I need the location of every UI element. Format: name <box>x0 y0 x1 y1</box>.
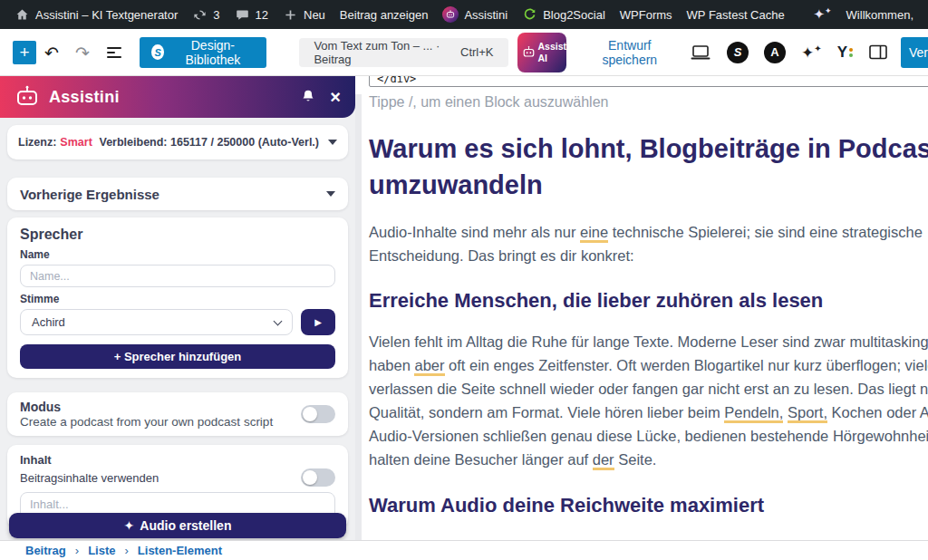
post-title-heading[interactable]: Warum es sich lohnt, Blogbeiträge in Pod… <box>369 130 928 203</box>
settings-sidebar-toggle-icon[interactable] <box>868 43 888 61</box>
toolbar-right-icons: S A ✦✦ Y <box>690 42 888 63</box>
editor-toolbar: + ↶ ↷ S Design-Bibliothek Vom Text zum T… <box>0 29 928 76</box>
ai-assistant-icon[interactable]: ✦✦ <box>801 43 822 62</box>
assistini-ai-button[interactable]: Assistini AI <box>517 33 566 72</box>
highlighted-word: aber <box>414 357 444 376</box>
post-paragraph[interactable]: Audio-Inhalte sind mehr als nur eine tec… <box>369 220 928 267</box>
publish-button[interactable]: Veröffentlichen <box>901 37 928 68</box>
name-label: Name <box>20 248 335 261</box>
close-panel-icon[interactable]: × <box>330 88 341 106</box>
site-name: Assistini – KI Textgenerator <box>35 8 178 22</box>
assistini-panel-header: Assistini × <box>0 76 355 118</box>
canvas-left-rail <box>355 94 362 540</box>
license-value: Smart <box>60 136 92 149</box>
notifications-bell-icon[interactable] <box>301 89 315 105</box>
breadcrumb-list[interactable]: Liste <box>88 544 115 557</box>
remaining-credits: Verbleibend: 165117 / 250000 (Auto-Verl.… <box>100 136 319 149</box>
wp-fastest-cache-menu[interactable]: WP Fastest Cache <box>680 0 792 29</box>
admin-bar-right: ✦✦ Willkommen, <box>806 0 921 29</box>
command-palette[interactable]: Vom Text zum Ton – ... · Beitrag Ctrl+K <box>299 38 508 67</box>
post-paragraph[interactable]: Vielen fehlt im Alltag die Ruhe für lang… <box>369 330 928 471</box>
assistini-robot-icon <box>442 6 459 23</box>
use-post-content-toggle[interactable] <box>301 468 335 487</box>
content-heading: Inhalt <box>20 453 335 467</box>
voice-selected-value: Achird <box>32 315 65 329</box>
home-icon <box>14 7 30 23</box>
robot-icon <box>522 45 536 59</box>
block-breadcrumb: Beitrag › Liste › Listen-Element <box>0 540 928 560</box>
ai-sparkles-menu[interactable]: ✦✦ <box>806 0 838 29</box>
text-segment: Audio-Inhalte sind mehr als nur <box>369 224 580 240</box>
speaker-heading: Sprecher <box>20 227 335 243</box>
command-shortcut: Ctrl+K <box>460 45 493 59</box>
document-overview-button[interactable] <box>98 47 130 58</box>
astra-settings-icon[interactable]: A <box>764 42 786 63</box>
new-content-menu[interactable]: Neu <box>276 0 333 29</box>
chevron-down-icon <box>274 316 283 325</box>
license-label: Lizenz: <box>18 136 56 149</box>
preview-device-icon[interactable] <box>690 43 711 62</box>
stackable-settings-icon[interactable]: S <box>727 42 749 63</box>
breadcrumb-list-item[interactable]: Listen-Element <box>138 544 222 557</box>
previous-results-dropdown[interactable]: Vorherige Ergebnisse <box>7 178 348 210</box>
chevron-down-icon <box>326 191 335 197</box>
workspace: Assistini × Lizenz: Smart Verbleibend: 1… <box>0 76 928 560</box>
voice-select[interactable]: Achird <box>20 309 293 335</box>
create-audio-button[interactable]: ✦Audio erstellen <box>9 513 346 538</box>
post-subheading[interactable]: Erreiche Menschen, die lieber zuhören al… <box>369 289 928 313</box>
block-inserter-button[interactable]: + <box>13 41 36 64</box>
mode-toggle[interactable] <box>301 405 335 423</box>
save-draft-button[interactable]: Entwurf speichern <box>586 38 674 67</box>
plus-icon <box>283 7 298 23</box>
blog2social-menu[interactable]: Blog2Social <box>515 0 613 29</box>
mode-description: Create a podcast from your own podcast s… <box>20 415 273 429</box>
highlighted-word: Sport, <box>788 404 827 423</box>
use-post-content-label: Beitragsinhalte verwenden <box>20 471 159 485</box>
redo-button[interactable]: ↷ <box>67 43 98 63</box>
comments-count: 12 <box>256 8 268 22</box>
post-subheading[interactable]: Warum Audio deine Reichweite maximiert <box>369 494 928 517</box>
design-library-button[interactable]: S Design-Bibliothek <box>140 37 267 68</box>
stackable-badge-icon: S <box>151 44 165 60</box>
updates-icon <box>192 7 208 23</box>
comment-icon <box>235 7 250 23</box>
sparkle-icon: ✦ <box>124 518 135 533</box>
text-segment: Seite. <box>614 451 657 468</box>
chevron-down-icon <box>328 140 337 145</box>
voice-label: Stimme <box>20 293 335 305</box>
breadcrumb-separator: › <box>124 544 128 557</box>
highlighted-word: eine <box>580 224 608 243</box>
updates-menu[interactable]: 3 <box>185 0 227 29</box>
mode-heading: Modus <box>20 400 273 414</box>
highlighted-word: der <box>593 451 614 470</box>
document-title: Vom Text zum Ton – ... · Beitrag <box>314 39 460 66</box>
blog2social-icon <box>522 7 537 23</box>
publish-button-clipped: Veröffentlichen <box>901 37 928 68</box>
sparkles-icon: ✦✦ <box>813 6 831 23</box>
html-block[interactable]: </div> <box>369 76 928 87</box>
mode-card: Modus Create a podcast from your own pod… <box>7 392 348 436</box>
wpforms-menu[interactable]: WPForms <box>613 0 680 29</box>
panel-title: Assistini <box>49 88 120 107</box>
updates-count: 3 <box>213 8 219 22</box>
voice-preview-play-button[interactable]: ▶ <box>301 309 335 335</box>
site-menu[interactable]: Assistini – KI Textgenerator <box>7 0 185 29</box>
breadcrumb-separator: › <box>75 544 79 557</box>
view-post-link[interactable]: Beitrag anzeigen <box>333 0 436 29</box>
wp-admin-bar: Assistini – KI Textgenerator 3 12 Neu Be… <box>0 0 928 29</box>
empty-block-placeholder[interactable]: Tippe /, um einen Block auszuwählen <box>369 94 928 111</box>
comments-menu[interactable]: 12 <box>227 0 276 29</box>
assistini-menu[interactable]: Assistini <box>435 0 515 29</box>
my-account-menu[interactable]: Willkommen, <box>839 0 921 29</box>
license-dropdown[interactable]: Lizenz: Smart Verbleibend: 165117 / 2500… <box>7 125 348 159</box>
assistini-logo-icon <box>14 84 40 110</box>
undo-button[interactable]: ↶ <box>36 43 67 63</box>
editor-canvas[interactable]: </div> Tippe /, um einen Block auszuwähl… <box>355 76 928 540</box>
yoast-seo-icon[interactable]: Y <box>837 43 853 62</box>
highlighted-word: Pendeln, <box>724 404 783 423</box>
speaker-card: Sprecher Name Stimme Achird ▶ + Sprecher… <box>7 217 348 378</box>
assistini-panel: Assistini × Lizenz: Smart Verbleibend: 1… <box>0 76 355 540</box>
breadcrumb-post[interactable]: Beitrag <box>25 544 66 557</box>
add-speaker-button[interactable]: + Sprecher hinzufügen <box>20 344 335 369</box>
speaker-name-input[interactable] <box>20 265 335 287</box>
